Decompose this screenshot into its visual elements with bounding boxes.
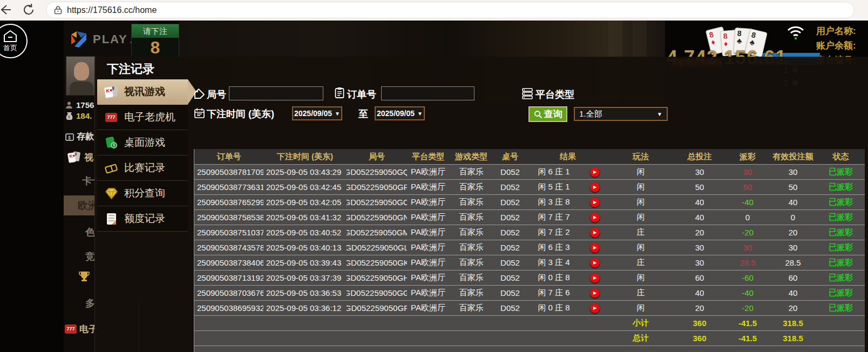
search-icon — [534, 110, 542, 119]
date-from-picker[interactable]: 2025/09/05 ▼ — [292, 106, 342, 120]
play-icon[interactable]: ▶ — [590, 228, 600, 238]
spacer — [194, 331, 609, 346]
table-row: 2509050387736312025-09-05 03:42:45GD0522… — [194, 179, 865, 194]
back-icon[interactable] — [0, 3, 12, 17]
chevron-down-icon: ▼ — [417, 111, 423, 117]
lobby-item-jing[interactable]: 竞 — [85, 250, 95, 263]
platform-select-value: 1.全部 — [579, 109, 602, 119]
order-input[interactable] — [381, 86, 474, 100]
menu-item-label: 额度记录 — [124, 212, 165, 226]
cell-result: 闲 7 庄 2 — [527, 225, 581, 240]
total-row-payout: -41.5 — [727, 331, 769, 346]
lobby-username: 1756 — [76, 100, 94, 110]
search-button[interactable]: 查询 — [528, 106, 567, 122]
cell-game-type: 百家乐 — [449, 286, 493, 300]
cell-platform-type: PA欧洲厅 — [407, 195, 449, 209]
cell-round-number: GD052259050GK — [347, 255, 407, 270]
menu-item-5[interactable]: 积分查询 — [97, 181, 188, 206]
menu-item-3[interactable]: $桌面游戏 — [97, 130, 188, 155]
table-row: 2509050387510372025-09-05 03:40:52GD0522… — [194, 225, 865, 240]
diamond-icon — [104, 186, 119, 201]
lobby-item-duo[interactable]: 多 — [85, 297, 95, 310]
play-icon[interactable]: ▶ — [590, 243, 600, 253]
cell-play-type: 闲 — [609, 180, 673, 194]
deposit-label: 存款 — [77, 131, 94, 143]
cell-platform-type: PA欧洲厅 — [407, 225, 449, 240]
cell-game-type: 百家乐 — [449, 225, 493, 240]
date-to-picker[interactable]: 2025/09/05 ▼ — [375, 106, 425, 120]
play-icon[interactable]: ▶ — [590, 198, 600, 207]
url-bar[interactable]: https://175616.cc/home — [46, 2, 855, 18]
cell-round-number: GD052259050GG — [347, 286, 407, 300]
cell-status: 已派彩 — [817, 240, 864, 255]
total-row-valid: 318.5 — [769, 331, 817, 346]
play-icon[interactable]: ▶ — [590, 167, 600, 177]
cell-platform-type: PA欧洲厅 — [407, 165, 449, 179]
menu-item-label: 视讯游戏 — [124, 85, 165, 99]
play-icon[interactable]: ▶ — [590, 258, 600, 268]
refresh-icon[interactable] — [22, 3, 36, 17]
svg-text:$: $ — [68, 134, 71, 140]
cell-round-number: GD052259050GP — [347, 180, 407, 194]
cell-order-number: 250905038695932 — [194, 301, 263, 315]
spacer — [817, 331, 864, 346]
cell-total-bet: 20 — [673, 301, 727, 315]
table-row: 2509050387652992025-09-05 03:42:05GD0522… — [194, 194, 865, 209]
lobby-item-se[interactable]: 色 — [85, 226, 95, 239]
bet-prompt: 请下注 — [132, 24, 179, 38]
cell-replay: ▶ — [581, 286, 609, 300]
platform-select[interactable]: 1.全部 ▼ — [574, 107, 668, 121]
lobby-video-tab[interactable]: 9K♥ 视 — [67, 150, 93, 165]
cell-result: 闲 3 庄 4 — [527, 255, 581, 270]
column-header: 状态 — [817, 149, 864, 164]
play-icon[interactable]: ▶ — [590, 213, 600, 222]
deposit-icon: $ — [65, 133, 74, 141]
play-icon[interactable]: ▶ — [590, 273, 600, 283]
lobby-item-trophy[interactable] — [78, 270, 91, 283]
calendar-icon — [194, 107, 205, 118]
cell-platform-type: PA欧洲厅 — [407, 255, 449, 270]
menu-item-6[interactable]: 额度记录 — [97, 206, 188, 232]
column-header: 玩法 — [609, 149, 673, 164]
avatar[interactable] — [66, 56, 96, 96]
play-icon[interactable]: ▶ — [590, 303, 600, 313]
menu-item-4[interactable]: 比赛记录 — [97, 155, 188, 181]
cell-round-number: GD052259050GF — [347, 301, 407, 315]
column-header: 总投注 — [673, 149, 727, 164]
subtotal-row-valid: 318.5 — [769, 316, 817, 330]
menu-item-2[interactable]: 777电子老虎机 — [97, 105, 188, 130]
slot-777-icon: 777 — [65, 324, 77, 334]
cell-table-number: D052 — [493, 240, 527, 255]
user-icon — [65, 101, 73, 109]
cell-payout: -60 — [727, 270, 769, 285]
cell-status: 已派彩 — [817, 180, 864, 194]
browser-toolbar: https://175616.cc/home — [0, 0, 868, 21]
cell-status: 已派彩 — [817, 195, 864, 209]
cell-bet-time: 2025-09-05 03:43:29 — [263, 165, 347, 179]
table-row: 2509050387585382025-09-05 03:41:32GD0522… — [194, 209, 865, 225]
cell-round-number: GD052259050GL — [347, 240, 407, 255]
table-row: 2509050387435782025-09-05 03:40:13GD0522… — [194, 240, 865, 255]
subtotal-row-payout: -41.5 — [727, 316, 769, 330]
cell-play-type: 庄 — [609, 225, 673, 240]
total-row-label: 总计 — [609, 331, 673, 346]
cell-round-number: GD052259050GN — [347, 210, 407, 225]
menu-item-1[interactable]: 9K♥视讯游戏 — [97, 79, 188, 105]
cell-game-type: 百家乐 — [449, 270, 493, 285]
play-icon[interactable]: ▶ — [590, 182, 600, 192]
empty-row — [194, 346, 865, 352]
lobby-item-slots[interactable]: 777 电子 — [65, 323, 98, 335]
cell-bet-time: 2025-09-05 03:36:53 — [263, 286, 347, 300]
countdown-number: 8 — [132, 38, 179, 57]
play-icon[interactable]: ▶ — [590, 288, 600, 298]
spacer — [817, 316, 864, 330]
cell-order-number: 250905038765299 — [194, 195, 263, 209]
deposit-button[interactable]: $ 存款 — [65, 131, 94, 143]
lobby-video-label: 视 — [84, 151, 93, 164]
menu-item-label: 积分查询 — [124, 186, 165, 200]
cell-bet-time: 2025-09-05 03:40:52 — [263, 225, 347, 240]
cell-replay: ▶ — [581, 195, 609, 209]
cell-valid-bet: 40 — [769, 195, 817, 209]
round-input[interactable] — [229, 86, 323, 100]
cell-valid-bet: 40 — [769, 286, 817, 300]
